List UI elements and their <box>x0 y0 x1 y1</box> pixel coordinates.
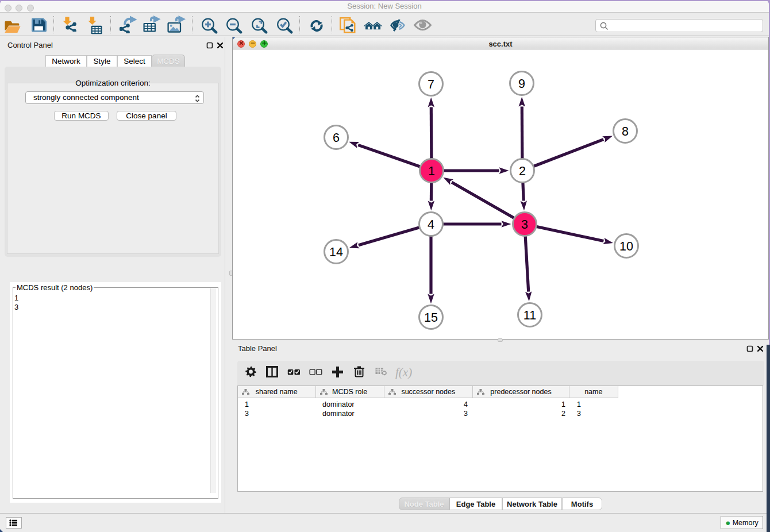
svg-text:11: 11 <box>523 309 536 322</box>
svg-text:3: 3 <box>521 218 528 232</box>
svg-text:9: 9 <box>518 77 525 91</box>
svg-text:6: 6 <box>333 131 340 145</box>
svg-text:2: 2 <box>519 164 526 178</box>
svg-text:14: 14 <box>329 245 343 259</box>
svg-text:8: 8 <box>622 125 629 138</box>
svg-text:1: 1 <box>428 164 435 178</box>
svg-text:7: 7 <box>428 78 434 91</box>
svg-text:15: 15 <box>424 311 438 325</box>
svg-text:4: 4 <box>428 218 434 232</box>
svg-text:10: 10 <box>619 240 633 253</box>
